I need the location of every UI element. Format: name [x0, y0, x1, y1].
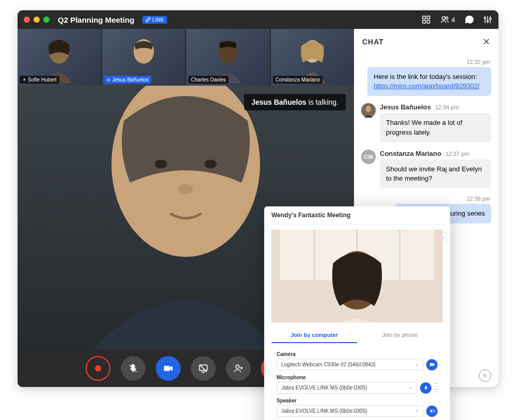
thumbnail-label: Jesus Bañuelos — [104, 76, 152, 84]
thumbnail-jesus[interactable]: Jesus Bañuelos — [102, 29, 186, 86]
chat-timestamp: 12:37 pm — [445, 151, 469, 157]
microphone-select[interactable]: Jabra EVOLVE LINK MS (0b0e:0305) — [277, 382, 417, 394]
svg-point-4 — [442, 17, 445, 20]
grid-view-icon[interactable] — [422, 15, 431, 24]
link-badge-text: LINK — [152, 17, 164, 23]
svg-point-34 — [366, 106, 371, 112]
thumbnail-sofie[interactable]: Sofie Hubert — [18, 29, 101, 86]
mute-button[interactable] — [121, 356, 146, 381]
svg-point-36 — [486, 375, 486, 375]
camera-label: Camera — [277, 351, 438, 357]
chat-bubble: Thanks! We made a lot of progress lately… — [380, 113, 491, 142]
emoji-button[interactable] — [479, 369, 491, 382]
join-dialog-body: Camera Logitech Webcam C930e #2 (046d:08… — [264, 343, 450, 420]
microphone-field: Microphone Jabra EVOLVE LINK MS (0b0e:03… — [277, 375, 438, 394]
svg-rect-3 — [427, 21, 429, 23]
svg-point-22 — [204, 160, 217, 169]
join-tabs: Join by computer Join by phone — [271, 328, 443, 343]
thumbnail-constanza[interactable]: Constanza Mariano — [271, 29, 354, 86]
svg-point-30 — [236, 365, 239, 368]
tab-join-computer[interactable]: Join by computer — [271, 328, 357, 343]
svg-point-35 — [484, 375, 485, 375]
join-dialog-title: Wendy's Fantastic Meeting — [264, 206, 450, 224]
thumbnail-label: Charles Davies — [188, 76, 229, 84]
screenshare-button[interactable] — [191, 356, 216, 381]
camera-select[interactable]: Logitech Webcam C930e #2 (046d:0843) — [277, 359, 423, 370]
chat-timestamp: 12:34 pm — [435, 104, 459, 110]
thumbnail-charles[interactable]: Charles Davies — [186, 29, 270, 86]
svg-point-7 — [484, 18, 486, 19]
svg-point-9 — [487, 21, 489, 22]
microphone-toggle-icon[interactable] — [420, 382, 431, 394]
participants-button[interactable]: 4 — [440, 15, 455, 24]
svg-point-23 — [179, 184, 194, 193]
chat-message-own: 12:32 pm Here is the link for today's se… — [361, 59, 491, 96]
svg-rect-43 — [429, 363, 432, 366]
thumbnail-label: Constanza Mariano — [273, 76, 323, 84]
chat-sender: Constanza Mariano — [380, 150, 441, 157]
chat-message: CM Constanza Mariano 12:37 pm Should we … — [361, 150, 491, 188]
svg-rect-0 — [423, 16, 425, 19]
speaker-test-icon[interactable] — [426, 406, 438, 417]
camera-toggle-icon[interactable] — [426, 359, 438, 370]
meeting-link-badge[interactable]: LINK — [142, 16, 167, 24]
tab-join-phone[interactable]: Join by phone — [357, 328, 443, 343]
svg-rect-26 — [164, 366, 170, 371]
settings-icon[interactable] — [483, 15, 492, 24]
chat-bubble: Here is the link for today's session: ht… — [367, 67, 491, 96]
svg-point-11 — [490, 18, 491, 20]
chat-bubble: Should we invite Raj and Evelyn to the m… — [380, 159, 491, 188]
svg-rect-2 — [423, 21, 425, 23]
svg-rect-13 — [24, 78, 25, 80]
mic-level-icon — [434, 383, 438, 393]
avatar[interactable]: CM — [361, 150, 376, 164]
chat-icon[interactable] — [464, 15, 474, 24]
close-chat-button[interactable]: ✕ — [482, 36, 490, 47]
add-participant-button[interactable] — [226, 356, 251, 381]
speaker-select[interactable]: Jabra EVOLVE LINK MS (0b0e:0305) — [277, 405, 423, 417]
talking-banner: Jesus Bañuelos is talking. — [244, 94, 346, 110]
thumbnail-label: Sofie Hubert — [20, 76, 59, 84]
minimize-window-button[interactable] — [34, 17, 40, 23]
speaker-field: Speaker Jabra EVOLVE LINK MS (0b0e:0305) — [277, 398, 438, 417]
chat-timestamp: 12:32 pm — [361, 59, 490, 65]
chat-header: CHAT ✕ — [354, 29, 498, 55]
chat-message: Jesus Bañuelos 12:34 pm Thanks! We made … — [361, 103, 491, 142]
titlebar-right: 4 — [422, 15, 492, 24]
microphone-label: Microphone — [277, 375, 438, 380]
svg-rect-16 — [108, 78, 109, 81]
svg-rect-15 — [107, 79, 107, 80]
join-meeting-dialog: Wendy's Fantastic Meeting ⓘ Meeting Info… — [264, 206, 450, 420]
camera-preview — [271, 230, 443, 322]
chat-link[interactable]: https://miro.com/app/board/929302/ — [374, 82, 479, 90]
record-button[interactable] — [86, 356, 110, 381]
svg-rect-1 — [427, 16, 429, 19]
camera-button[interactable] — [156, 356, 181, 381]
svg-rect-44 — [425, 385, 427, 389]
window-controls — [24, 17, 50, 23]
svg-point-5 — [445, 17, 448, 20]
svg-rect-17 — [110, 79, 110, 80]
chat-title: CHAT — [362, 38, 384, 46]
chat-timestamp: 12:38 pm — [361, 196, 490, 202]
camera-field: Camera Logitech Webcam C930e #2 (046d:08… — [277, 351, 438, 370]
svg-point-21 — [155, 160, 167, 169]
maximize-window-button[interactable] — [43, 17, 50, 23]
meeting-title: Q2 Planning Meeting — [58, 15, 134, 24]
participant-thumbnails: Sofie Hubert Jesus Bañuelos Charles Davi… — [18, 29, 354, 86]
participants-count-text: 4 — [452, 16, 455, 24]
speaker-label: Speaker — [277, 398, 438, 403]
close-window-button[interactable] — [24, 17, 30, 23]
titlebar: Q2 Planning Meeting LINK 4 — [18, 10, 498, 29]
avatar[interactable] — [361, 103, 376, 118]
chat-sender: Jesus Bañuelos — [380, 103, 431, 111]
